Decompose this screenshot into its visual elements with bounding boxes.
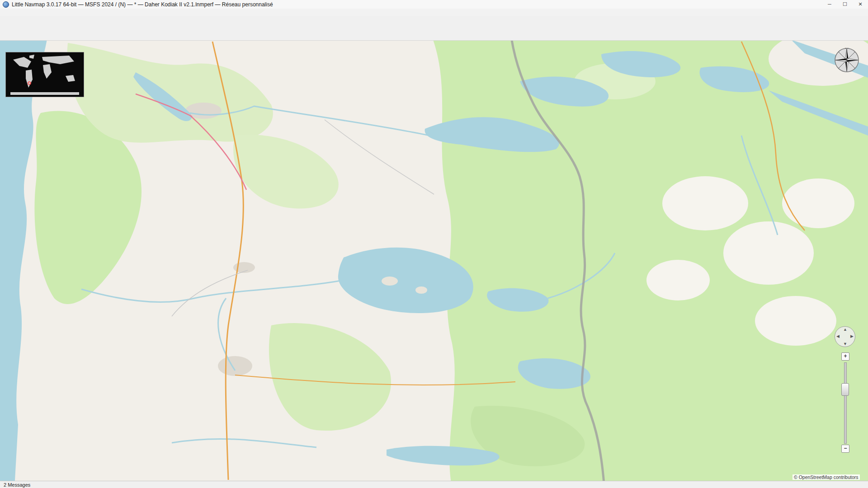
pan-up-icon[interactable]: ▲	[843, 327, 847, 332]
zoom-slider-handle[interactable]	[841, 383, 849, 396]
compass-rose: N	[834, 47, 860, 78]
overview-map[interactable]	[5, 52, 84, 97]
pan-down-icon[interactable]: ▼	[843, 342, 847, 346]
window-title: Little Navmap 3.0.17 64-bit — MSFS 2024 …	[12, 1, 273, 8]
toolbar-secondary	[0, 28, 868, 41]
zoom-out-button[interactable]: −	[841, 445, 849, 453]
pan-right-icon[interactable]: ▶	[850, 334, 854, 338]
compass-star	[834, 47, 860, 73]
title-bar[interactable]: Little Navmap 3.0.17 64-bit — MSFS 2024 …	[0, 0, 868, 9]
little-navmap-window: N ▲ ▼ ◀ ▶ + − © OpenStreetMap contributo…	[0, 0, 868, 488]
map-attribution: © OpenStreetMap contributors	[793, 474, 860, 480]
zoom-slider-track[interactable]	[844, 362, 847, 444]
status-messages[interactable]: 2 Messages	[0, 482, 34, 488]
menu-bar	[0, 9, 868, 16]
overview-world	[6, 52, 83, 96]
zoom-in-button[interactable]: +	[841, 352, 849, 361]
toolbar-main	[0, 16, 868, 28]
map-pan-control[interactable]: ▲ ▼ ◀ ▶	[835, 326, 855, 347]
minimize-button[interactable]: ─	[822, 0, 837, 9]
maximize-button[interactable]: ☐	[837, 0, 853, 9]
app-icon	[3, 1, 9, 8]
close-button[interactable]: ✕	[853, 0, 868, 9]
map-canvas[interactable]	[0, 0, 868, 488]
pan-left-icon[interactable]: ◀	[836, 334, 840, 338]
status-bar: 2 Messages	[0, 481, 868, 488]
